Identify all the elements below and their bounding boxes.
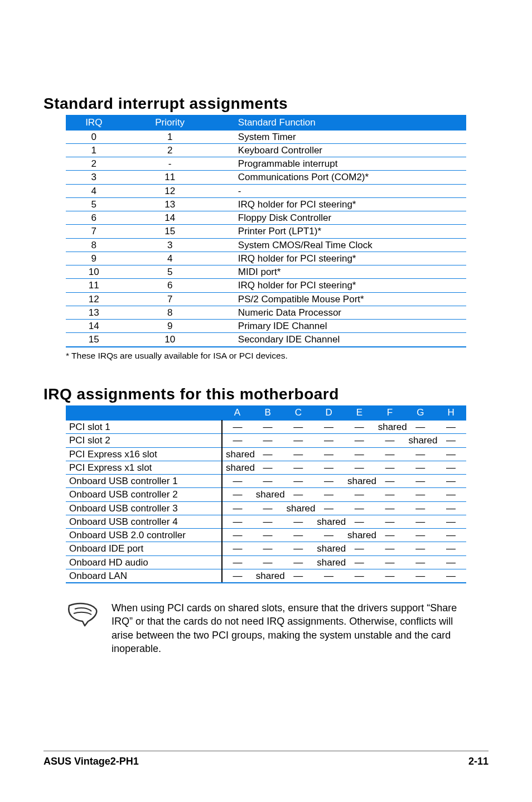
assign-cell: shared [222,461,253,474]
irq-cell: 7 [66,225,122,238]
table-row: 2-Programmable interrupt [66,157,466,171]
assign-cell: — [222,434,253,447]
priority-cell: 7 [122,292,218,306]
assign-cell: — [375,555,405,569]
irq-cell: 2 [66,157,122,171]
assign-cell: — [436,461,466,474]
irq-cell: 5 [66,197,122,211]
table-row: Onboard IDE port———shared———— [66,542,466,555]
assign-cell: — [436,529,466,542]
table-row: 1510Secondary IDE Channel [66,333,466,347]
note-icon [66,601,99,631]
irq-cell: 1 [66,143,122,157]
assign-header-c: C [283,405,313,421]
assign-cell: — [222,475,253,488]
assign-cell: — [253,501,283,515]
assign-cell: — [222,421,253,434]
priority-cell: - [122,157,218,171]
heading-irq-assignments: IRQ assignments for this motherboard [43,385,489,403]
footer-right: 2-11 [468,756,489,767]
priority-cell: 15 [122,225,218,238]
assign-cell: — [405,447,436,461]
table-row: 311Communications Port (COM2)* [66,171,466,184]
assign-table-header-blank [66,405,222,421]
assign-cell: — [436,555,466,569]
assign-cell: — [283,475,313,488]
priority-cell: 5 [122,265,218,279]
irq-cell: 14 [66,320,122,333]
assign-cell: — [344,461,375,474]
assign-cell: — [253,555,283,569]
table-row: Onboard USB controller 2—shared—————— [66,488,466,501]
table-row: PCI slot 1—————shared—— [66,421,466,434]
irq-table: IRQ Priority Standard Function 01System … [66,115,466,347]
assign-cell: — [283,555,313,569]
assign-cell: — [253,515,283,528]
assign-cell: — [313,475,344,488]
priority-cell: 1 [122,130,218,143]
function-cell: MIDI port* [218,265,466,279]
function-cell: Primary IDE Channel [218,320,466,333]
row-label: Onboard USB controller 2 [66,488,222,501]
table-row: Onboard USB controller 3——shared————— [66,501,466,515]
assign-cell: — [375,569,405,583]
assign-cell: — [344,569,375,583]
assign-cell: — [253,529,283,542]
priority-cell: 10 [122,333,218,347]
irq-table-header-priority: Priority [122,115,218,130]
function-cell: Keyboard Controller [218,143,466,157]
assign-header-d: D [313,405,344,421]
function-cell: System CMOS/Real Time Clock [218,238,466,252]
table-row: PCI Express x16 slotshared——————— [66,447,466,461]
irq-cell: 11 [66,279,122,292]
assign-cell: — [405,501,436,515]
assign-cell: — [222,569,253,583]
table-row: PCI slot 2——————shared— [66,434,466,447]
assign-cell: — [405,529,436,542]
function-cell: - [218,184,466,197]
assignments-table: ABCDEFGH PCI slot 1—————shared——PCI slot… [66,405,466,584]
assign-cell: — [375,501,405,515]
assign-cell: — [222,542,253,555]
function-cell: IRQ holder for PCI steering* [218,197,466,211]
assign-cell: — [313,461,344,474]
page-footer: ASUS Vintage2-PH1 2-11 [43,751,489,767]
row-label: Onboard USB 2.0 controller [66,529,222,542]
function-cell: Secondary IDE Channel [218,333,466,347]
row-label: PCI slot 1 [66,421,222,434]
table-row: 412- [66,184,466,197]
assign-cell: — [436,569,466,583]
assign-cell: — [253,421,283,434]
assign-cell: — [283,421,313,434]
function-cell: System Timer [218,130,466,143]
assign-cell: — [222,501,253,515]
assign-cell: — [436,447,466,461]
assign-cell: — [436,488,466,501]
table-row: 149Primary IDE Channel [66,320,466,333]
assign-cell: shared [405,434,436,447]
assign-cell: shared [253,488,283,501]
row-label: PCI Express x1 slot [66,461,222,474]
assign-cell: shared [344,475,375,488]
row-label: Onboard USB controller 3 [66,501,222,515]
assign-cell: — [436,434,466,447]
assign-cell: — [405,542,436,555]
assign-cell: — [283,542,313,555]
assign-cell: — [283,447,313,461]
irq-cell: 12 [66,292,122,306]
assign-cell: — [436,542,466,555]
priority-cell: 2 [122,143,218,157]
note-text: When using PCI cards on shared slots, en… [112,601,466,655]
assign-cell: shared [313,515,344,528]
assign-cell: — [344,447,375,461]
assign-header-f: F [375,405,405,421]
priority-cell: 9 [122,320,218,333]
assign-cell: — [344,421,375,434]
assign-cell: — [283,488,313,501]
table-row: Onboard LAN—shared—————— [66,569,466,583]
irq-table-header-function: Standard Function [218,115,466,130]
assign-cell: — [222,515,253,528]
assign-cell: shared [313,555,344,569]
irq-cell: 0 [66,130,122,143]
assign-cell: — [253,542,283,555]
